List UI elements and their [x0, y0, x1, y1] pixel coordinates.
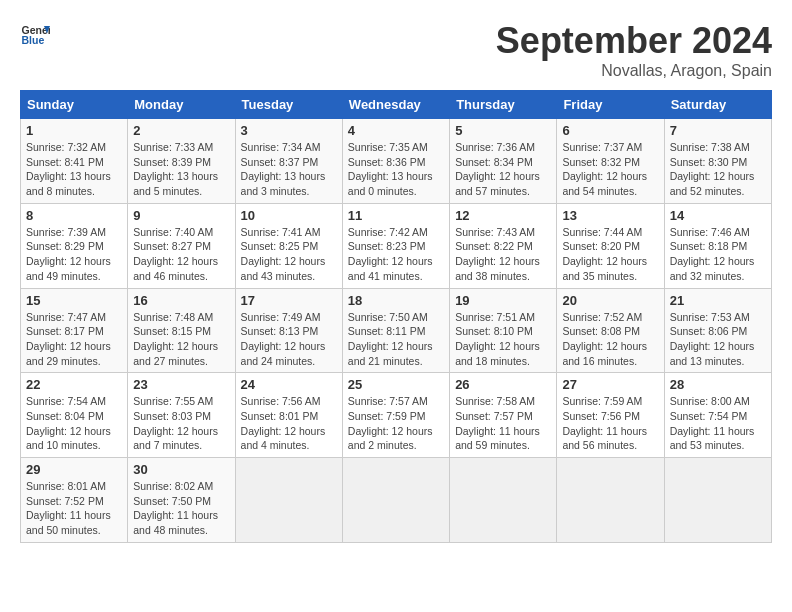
- calendar-cell: 5Sunrise: 7:36 AMSunset: 8:34 PMDaylight…: [450, 119, 557, 204]
- day-info: Sunrise: 7:55 AMSunset: 8:03 PMDaylight:…: [133, 395, 218, 451]
- calendar-cell: 6Sunrise: 7:37 AMSunset: 8:32 PMDaylight…: [557, 119, 664, 204]
- day-info: Sunrise: 8:00 AMSunset: 7:54 PMDaylight:…: [670, 395, 755, 451]
- day-number: 25: [348, 377, 444, 392]
- day-number: 6: [562, 123, 658, 138]
- day-number: 11: [348, 208, 444, 223]
- calendar-cell: 21Sunrise: 7:53 AMSunset: 8:06 PMDayligh…: [664, 288, 771, 373]
- location: Novallas, Aragon, Spain: [496, 62, 772, 80]
- day-number: 23: [133, 377, 229, 392]
- day-number: 28: [670, 377, 766, 392]
- day-number: 19: [455, 293, 551, 308]
- day-number: 7: [670, 123, 766, 138]
- calendar-cell: [557, 458, 664, 543]
- day-number: 12: [455, 208, 551, 223]
- day-info: Sunrise: 7:41 AMSunset: 8:25 PMDaylight:…: [241, 226, 326, 282]
- calendar-cell: [664, 458, 771, 543]
- day-info: Sunrise: 7:42 AMSunset: 8:23 PMDaylight:…: [348, 226, 433, 282]
- calendar-cell: 24Sunrise: 7:56 AMSunset: 8:01 PMDayligh…: [235, 373, 342, 458]
- calendar-cell: 16Sunrise: 7:48 AMSunset: 8:15 PMDayligh…: [128, 288, 235, 373]
- month-title: September 2024: [496, 20, 772, 62]
- calendar-cell: 2Sunrise: 7:33 AMSunset: 8:39 PMDaylight…: [128, 119, 235, 204]
- day-info: Sunrise: 7:50 AMSunset: 8:11 PMDaylight:…: [348, 311, 433, 367]
- day-number: 20: [562, 293, 658, 308]
- calendar-cell: 25Sunrise: 7:57 AMSunset: 7:59 PMDayligh…: [342, 373, 449, 458]
- day-info: Sunrise: 7:49 AMSunset: 8:13 PMDaylight:…: [241, 311, 326, 367]
- header-cell-thursday: Thursday: [450, 91, 557, 119]
- header-cell-saturday: Saturday: [664, 91, 771, 119]
- day-info: Sunrise: 7:48 AMSunset: 8:15 PMDaylight:…: [133, 311, 218, 367]
- calendar-cell: 3Sunrise: 7:34 AMSunset: 8:37 PMDaylight…: [235, 119, 342, 204]
- day-number: 22: [26, 377, 122, 392]
- calendar-cell: 11Sunrise: 7:42 AMSunset: 8:23 PMDayligh…: [342, 203, 449, 288]
- day-number: 10: [241, 208, 337, 223]
- day-info: Sunrise: 7:58 AMSunset: 7:57 PMDaylight:…: [455, 395, 540, 451]
- day-number: 21: [670, 293, 766, 308]
- calendar-cell: 13Sunrise: 7:44 AMSunset: 8:20 PMDayligh…: [557, 203, 664, 288]
- day-number: 9: [133, 208, 229, 223]
- calendar-week-1: 1Sunrise: 7:32 AMSunset: 8:41 PMDaylight…: [21, 119, 772, 204]
- day-info: Sunrise: 7:38 AMSunset: 8:30 PMDaylight:…: [670, 141, 755, 197]
- calendar-body: 1Sunrise: 7:32 AMSunset: 8:41 PMDaylight…: [21, 119, 772, 543]
- day-number: 8: [26, 208, 122, 223]
- day-number: 24: [241, 377, 337, 392]
- calendar-cell: 30Sunrise: 8:02 AMSunset: 7:50 PMDayligh…: [128, 458, 235, 543]
- calendar-table: SundayMondayTuesdayWednesdayThursdayFrid…: [20, 90, 772, 543]
- calendar-cell: 7Sunrise: 7:38 AMSunset: 8:30 PMDaylight…: [664, 119, 771, 204]
- day-number: 29: [26, 462, 122, 477]
- svg-text:Blue: Blue: [22, 34, 45, 46]
- day-info: Sunrise: 7:37 AMSunset: 8:32 PMDaylight:…: [562, 141, 647, 197]
- day-number: 15: [26, 293, 122, 308]
- day-number: 13: [562, 208, 658, 223]
- day-number: 26: [455, 377, 551, 392]
- header-cell-monday: Monday: [128, 91, 235, 119]
- day-number: 3: [241, 123, 337, 138]
- day-info: Sunrise: 7:47 AMSunset: 8:17 PMDaylight:…: [26, 311, 111, 367]
- page-header: General Blue September 2024 Novallas, Ar…: [20, 20, 772, 80]
- calendar-cell: 27Sunrise: 7:59 AMSunset: 7:56 PMDayligh…: [557, 373, 664, 458]
- day-info: Sunrise: 7:40 AMSunset: 8:27 PMDaylight:…: [133, 226, 218, 282]
- calendar-week-5: 29Sunrise: 8:01 AMSunset: 7:52 PMDayligh…: [21, 458, 772, 543]
- calendar-cell: 19Sunrise: 7:51 AMSunset: 8:10 PMDayligh…: [450, 288, 557, 373]
- calendar-cell: 1Sunrise: 7:32 AMSunset: 8:41 PMDaylight…: [21, 119, 128, 204]
- calendar-cell: [235, 458, 342, 543]
- day-info: Sunrise: 7:34 AMSunset: 8:37 PMDaylight:…: [241, 141, 326, 197]
- calendar-cell: [450, 458, 557, 543]
- header-cell-sunday: Sunday: [21, 91, 128, 119]
- day-info: Sunrise: 7:36 AMSunset: 8:34 PMDaylight:…: [455, 141, 540, 197]
- calendar-cell: 12Sunrise: 7:43 AMSunset: 8:22 PMDayligh…: [450, 203, 557, 288]
- day-info: Sunrise: 7:52 AMSunset: 8:08 PMDaylight:…: [562, 311, 647, 367]
- day-number: 16: [133, 293, 229, 308]
- day-number: 18: [348, 293, 444, 308]
- day-info: Sunrise: 8:01 AMSunset: 7:52 PMDaylight:…: [26, 480, 111, 536]
- calendar-cell: 22Sunrise: 7:54 AMSunset: 8:04 PMDayligh…: [21, 373, 128, 458]
- calendar-cell: 14Sunrise: 7:46 AMSunset: 8:18 PMDayligh…: [664, 203, 771, 288]
- day-number: 1: [26, 123, 122, 138]
- header-cell-friday: Friday: [557, 91, 664, 119]
- header-row: SundayMondayTuesdayWednesdayThursdayFrid…: [21, 91, 772, 119]
- day-info: Sunrise: 7:32 AMSunset: 8:41 PMDaylight:…: [26, 141, 111, 197]
- calendar-cell: 20Sunrise: 7:52 AMSunset: 8:08 PMDayligh…: [557, 288, 664, 373]
- calendar-week-3: 15Sunrise: 7:47 AMSunset: 8:17 PMDayligh…: [21, 288, 772, 373]
- logo: General Blue: [20, 20, 50, 50]
- day-info: Sunrise: 7:54 AMSunset: 8:04 PMDaylight:…: [26, 395, 111, 451]
- calendar-cell: 29Sunrise: 8:01 AMSunset: 7:52 PMDayligh…: [21, 458, 128, 543]
- day-info: Sunrise: 7:43 AMSunset: 8:22 PMDaylight:…: [455, 226, 540, 282]
- day-info: Sunrise: 7:46 AMSunset: 8:18 PMDaylight:…: [670, 226, 755, 282]
- day-info: Sunrise: 7:35 AMSunset: 8:36 PMDaylight:…: [348, 141, 433, 197]
- day-number: 5: [455, 123, 551, 138]
- day-number: 4: [348, 123, 444, 138]
- day-info: Sunrise: 7:39 AMSunset: 8:29 PMDaylight:…: [26, 226, 111, 282]
- day-number: 2: [133, 123, 229, 138]
- header-cell-tuesday: Tuesday: [235, 91, 342, 119]
- calendar-cell: 8Sunrise: 7:39 AMSunset: 8:29 PMDaylight…: [21, 203, 128, 288]
- calendar-cell: [342, 458, 449, 543]
- calendar-cell: 15Sunrise: 7:47 AMSunset: 8:17 PMDayligh…: [21, 288, 128, 373]
- calendar-week-4: 22Sunrise: 7:54 AMSunset: 8:04 PMDayligh…: [21, 373, 772, 458]
- day-info: Sunrise: 7:53 AMSunset: 8:06 PMDaylight:…: [670, 311, 755, 367]
- calendar-cell: 26Sunrise: 7:58 AMSunset: 7:57 PMDayligh…: [450, 373, 557, 458]
- calendar-cell: 10Sunrise: 7:41 AMSunset: 8:25 PMDayligh…: [235, 203, 342, 288]
- title-block: September 2024 Novallas, Aragon, Spain: [496, 20, 772, 80]
- calendar-cell: 9Sunrise: 7:40 AMSunset: 8:27 PMDaylight…: [128, 203, 235, 288]
- logo-icon: General Blue: [20, 20, 50, 50]
- day-info: Sunrise: 7:57 AMSunset: 7:59 PMDaylight:…: [348, 395, 433, 451]
